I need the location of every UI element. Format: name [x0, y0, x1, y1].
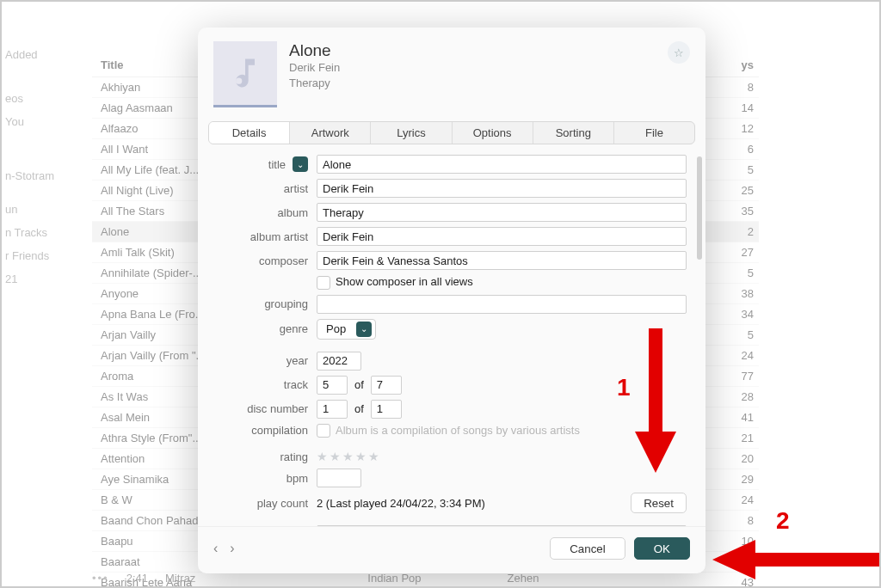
label-title: title — [268, 158, 286, 171]
year-input[interactable] — [317, 352, 361, 371]
album-artist-input[interactable] — [317, 227, 687, 246]
compilation-checkbox[interactable] — [317, 424, 330, 438]
artist-input[interactable] — [317, 179, 687, 198]
music-note-icon — [226, 54, 264, 92]
dialog-title: Alone — [289, 41, 340, 60]
track-total-input[interactable] — [371, 376, 402, 395]
chevron-down-icon: ⌄ — [356, 322, 372, 337]
label-play-count: play count — [217, 497, 317, 510]
play-count-value: 2 (Last played 24/04/22, 3:34 PM) — [317, 497, 485, 510]
label-compilation: compilation — [217, 424, 317, 437]
title-input[interactable] — [317, 155, 687, 174]
scrollbar[interactable] — [697, 156, 702, 260]
label-genre: genre — [217, 322, 317, 335]
show-composer-checkbox[interactable] — [317, 276, 330, 290]
song-info-dialog: Alone Derik Fein Therapy ☆ DetailsArtwor… — [198, 28, 705, 573]
dialog-artist: Derik Fein — [289, 60, 340, 76]
tab-details[interactable]: Details — [209, 122, 290, 144]
grouping-input[interactable] — [317, 295, 687, 314]
label-rating: rating — [217, 450, 317, 463]
label-track: track — [217, 378, 317, 391]
label-year: year — [217, 354, 317, 367]
details-form: title ⌄ artist album album artist compos… — [198, 144, 705, 526]
label-composer: composer — [217, 254, 317, 267]
genre-select[interactable]: Pop⌄ — [317, 319, 376, 340]
rating-stars[interactable]: ★★★★★ — [317, 450, 687, 463]
reset-button[interactable]: Reset — [631, 493, 687, 513]
label-album: album — [217, 206, 317, 219]
label-bpm: bpm — [217, 472, 317, 485]
album-input[interactable] — [317, 203, 687, 222]
tab-file[interactable]: File — [614, 122, 694, 144]
show-composer-label: Show composer in all views — [336, 275, 473, 288]
composer-input[interactable] — [317, 251, 687, 270]
compilation-hint: Album is a compilation of songs by vario… — [336, 424, 580, 437]
next-track-icon[interactable]: › — [230, 541, 234, 556]
cancel-button[interactable]: Cancel — [550, 537, 625, 560]
tab-artwork[interactable]: Artwork — [290, 122, 371, 144]
tab-sorting[interactable]: Sorting — [533, 122, 614, 144]
bpm-input[interactable] — [317, 469, 361, 487]
label-artist: artist — [217, 182, 317, 195]
ok-button[interactable]: OK — [634, 537, 690, 560]
disc-number-input[interactable] — [317, 400, 348, 419]
label-album-artist: album artist — [217, 230, 317, 243]
favorite-star-icon[interactable]: ☆ — [668, 41, 690, 64]
track-number-input[interactable] — [317, 376, 348, 395]
tab-lyrics[interactable]: Lyrics — [371, 122, 452, 144]
tab-bar: DetailsArtworkLyricsOptionsSortingFile — [208, 121, 695, 144]
label-grouping: grouping — [217, 297, 317, 310]
label-disc: disc number — [217, 402, 317, 415]
album-art-placeholder — [213, 41, 277, 107]
dialog-album: Therapy — [289, 76, 340, 91]
disc-total-input[interactable] — [371, 400, 402, 419]
title-field-dropdown-icon[interactable]: ⌄ — [293, 156, 308, 172]
tab-options[interactable]: Options — [453, 122, 533, 144]
prev-track-icon[interactable]: ‹ — [213, 541, 218, 556]
